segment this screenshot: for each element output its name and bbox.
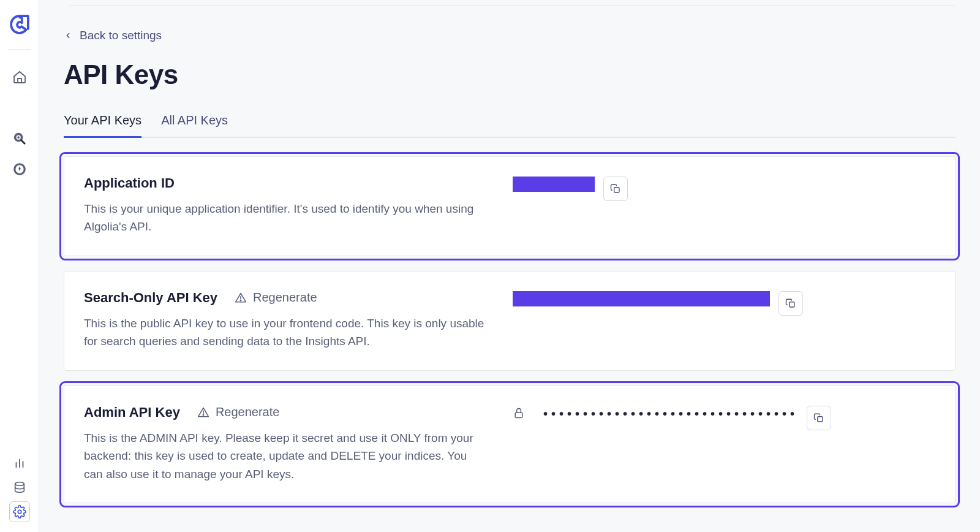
nav-home[interactable]	[9, 67, 30, 88]
main-content: Back to settings API Keys Your API Keys …	[39, 0, 980, 532]
copy-icon	[610, 183, 621, 194]
svg-rect-9	[614, 188, 619, 192]
copy-search-key-button[interactable]	[778, 291, 803, 316]
nav-recommend[interactable]	[9, 159, 30, 180]
admin-key-masked[interactable]: ••••••••••••••••••••••••••••••••	[543, 406, 798, 421]
regenerate-label: Regenerate	[253, 291, 317, 305]
lock-icon	[513, 406, 525, 419]
card-search-only-key: Search-Only API Key Regenerate This is t…	[64, 271, 956, 371]
regenerate-search-key[interactable]: Regenerate	[235, 291, 317, 305]
card-desc-admin: This is the ADMIN API key. Please keep i…	[84, 429, 488, 483]
regenerate-label: Regenerate	[216, 405, 280, 419]
svg-point-8	[18, 510, 21, 514]
page-title: API Keys	[64, 59, 956, 90]
tab-your-api-keys[interactable]: Your API Keys	[64, 113, 141, 138]
warning-icon	[197, 406, 209, 419]
card-desc-search-only: This is the public API key to use in you…	[84, 314, 488, 351]
nav-settings[interactable]	[9, 501, 30, 522]
svg-rect-16	[818, 417, 823, 422]
regenerate-admin-key[interactable]: Regenerate	[197, 405, 280, 419]
tab-all-api-keys[interactable]: All API Keys	[161, 113, 228, 138]
search-key-value-redacted	[513, 291, 770, 306]
logo[interactable]	[7, 12, 32, 37]
card-title-application-id: Application ID	[84, 175, 175, 191]
svg-rect-15	[515, 412, 522, 417]
copy-icon	[813, 412, 824, 424]
svg-point-14	[203, 414, 203, 415]
application-id-value-redacted	[513, 177, 595, 192]
chevron-left-icon	[64, 31, 72, 40]
divider	[8, 49, 31, 50]
copy-admin-key-button[interactable]	[807, 406, 831, 430]
nav-data[interactable]	[9, 477, 30, 498]
card-admin-key: Admin API Key Regenerate This is the ADM…	[64, 386, 956, 503]
back-to-settings-link[interactable]: Back to settings	[64, 29, 956, 42]
sidebar	[0, 0, 39, 532]
copy-icon	[785, 298, 796, 309]
svg-point-7	[15, 482, 24, 486]
svg-point-11	[240, 300, 241, 300]
card-desc-application-id: This is your unique application identifi…	[84, 200, 488, 236]
card-application-id: Application ID This is your unique appli…	[64, 156, 956, 256]
tabs: Your API Keys All API Keys	[64, 112, 956, 138]
nav-analytics[interactable]	[9, 452, 30, 473]
back-label: Back to settings	[80, 29, 162, 42]
copy-application-id-button[interactable]	[603, 177, 628, 201]
svg-point-1	[17, 136, 20, 139]
nav-search[interactable]	[9, 128, 30, 149]
svg-rect-12	[790, 302, 794, 307]
svg-line-2	[21, 140, 24, 144]
top-border	[69, 5, 956, 6]
warning-icon	[235, 292, 247, 304]
card-title-search-only: Search-Only API Key	[84, 290, 217, 306]
card-title-admin: Admin API Key	[84, 405, 180, 420]
